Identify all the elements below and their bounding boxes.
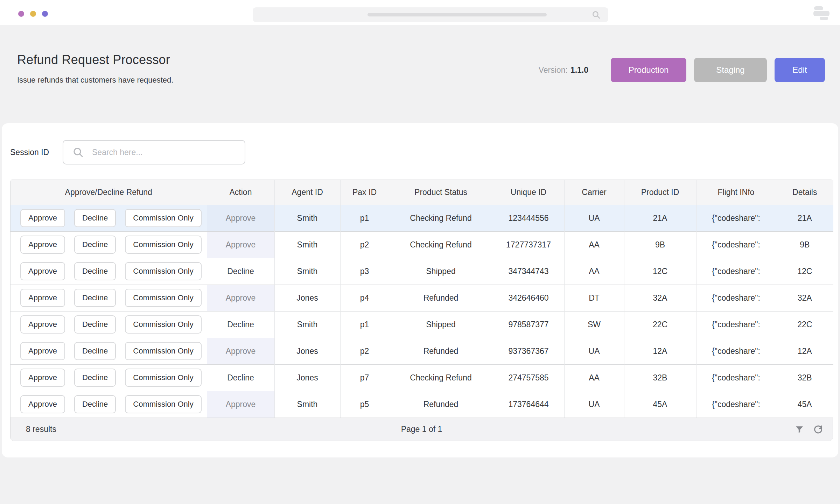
approve-button[interactable]: Approve — [20, 342, 65, 360]
cell-carrier: AA — [564, 258, 624, 285]
cell-product-status: Shipped — [389, 258, 493, 285]
decline-button[interactable]: Decline — [74, 395, 116, 413]
decline-button[interactable]: Decline — [74, 315, 116, 334]
table-row[interactable]: ApproveDeclineCommission OnlyDeclineJone… — [10, 364, 833, 391]
cell-unique-id: 937367367 — [493, 338, 564, 364]
approve-button[interactable]: Approve — [20, 289, 65, 307]
approve-button[interactable]: Approve — [20, 236, 65, 254]
cell-product-id: 32A — [624, 285, 696, 311]
cell-pax-id: p7 — [340, 364, 389, 391]
table-row[interactable]: ApproveDeclineCommission OnlyApproveSmit… — [10, 231, 833, 258]
column-header: Unique ID — [493, 180, 564, 205]
cell-action: Approve — [207, 391, 274, 418]
page-title: Refund Request Processor — [17, 52, 170, 67]
table-row[interactable]: ApproveDeclineCommission OnlyApproveSmit… — [10, 205, 833, 231]
cell-product-status: Refunded — [389, 338, 493, 364]
cell-product-status: Refunded — [389, 391, 493, 418]
address-bar[interactable] — [253, 7, 608, 22]
decline-button[interactable]: Decline — [74, 262, 116, 280]
table-row[interactable]: ApproveDeclineCommission OnlyDeclineSmit… — [10, 258, 833, 285]
cell-details: 45A — [776, 391, 833, 418]
edit-button[interactable]: Edit — [775, 58, 825, 82]
cell-product-id: 9B — [624, 231, 696, 258]
magnifier-icon — [592, 10, 601, 19]
cell-carrier: AA — [564, 364, 624, 391]
table-footer: 8 results Page 1 of 1 — [10, 418, 833, 441]
session-search-input[interactable] — [63, 140, 245, 164]
column-header: Agent ID — [274, 180, 340, 205]
content-panel: Session ID Approve/Decline RefundActionA… — [2, 123, 838, 457]
table-row[interactable]: ApproveDeclineCommission OnlyApproveJone… — [10, 285, 833, 311]
approve-button[interactable]: Approve — [20, 369, 65, 387]
cell-product-id: 12A — [624, 338, 696, 364]
column-header: Carrier — [564, 180, 624, 205]
header-actions: Version:1.1.0 ProductionStagingEdit — [539, 58, 825, 82]
cell-product-id: 32B — [624, 364, 696, 391]
staging-button[interactable]: Staging — [694, 58, 767, 82]
window-dot — [42, 11, 48, 17]
stacked-bars-icon — [811, 6, 830, 20]
commission-only-button[interactable]: Commission Only — [125, 342, 201, 360]
commission-only-button[interactable]: Commission Only — [125, 369, 201, 387]
refresh-icon[interactable] — [813, 425, 823, 434]
cell-approve-decline-refund: ApproveDeclineCommission Only — [10, 205, 207, 231]
search-icon — [72, 147, 84, 158]
cell-details: 22C — [776, 311, 833, 338]
approve-button[interactable]: Approve — [20, 209, 65, 227]
cell-product-status: Checking Refund — [389, 231, 493, 258]
cell-product-status: Shipped — [389, 311, 493, 338]
cell-approve-decline-refund: ApproveDeclineCommission Only — [10, 258, 207, 285]
cell-details: 32A — [776, 285, 833, 311]
cell-carrier: SW — [564, 311, 624, 338]
cell-action: Decline — [207, 311, 274, 338]
cell-unique-id: 347344743 — [493, 258, 564, 285]
approve-button[interactable]: Approve — [20, 395, 65, 413]
production-button[interactable]: Production — [611, 58, 686, 82]
commission-only-button[interactable]: Commission Only — [125, 209, 201, 227]
decline-button[interactable]: Decline — [74, 209, 116, 227]
commission-only-button[interactable]: Commission Only — [125, 289, 201, 307]
cell-flight-info: {"codeshare": — [696, 231, 776, 258]
cell-approve-decline-refund: ApproveDeclineCommission Only — [10, 285, 207, 311]
cell-carrier: UA — [564, 391, 624, 418]
cell-pax-id: p3 — [340, 258, 389, 285]
cell-pax-id: p5 — [340, 391, 389, 418]
cell-flight-info: {"codeshare": — [696, 311, 776, 338]
cell-carrier: UA — [564, 338, 624, 364]
commission-only-button[interactable]: Commission Only — [125, 262, 201, 280]
cell-product-status: Checking Refund — [389, 364, 493, 391]
cell-unique-id: 123444556 — [493, 205, 564, 231]
cell-action: Approve — [207, 231, 274, 258]
filter-icon[interactable] — [795, 425, 804, 434]
cell-details: 32B — [776, 364, 833, 391]
address-placeholder-bar — [368, 13, 547, 16]
cell-action: Approve — [207, 205, 274, 231]
session-filter: Session ID — [10, 140, 245, 164]
decline-button[interactable]: Decline — [74, 236, 116, 254]
cell-pax-id: p4 — [340, 285, 389, 311]
approve-button[interactable]: Approve — [20, 315, 65, 334]
commission-only-button[interactable]: Commission Only — [125, 315, 201, 334]
cell-pax-id: p2 — [340, 231, 389, 258]
column-header: Pax ID — [340, 180, 389, 205]
cell-details: 21A — [776, 205, 833, 231]
page-indicator: Page 1 of 1 — [10, 425, 833, 434]
commission-only-button[interactable]: Commission Only — [125, 395, 201, 413]
cell-product-status: Checking Refund — [389, 205, 493, 231]
cell-agent-id: Smith — [274, 258, 340, 285]
table-row[interactable]: ApproveDeclineCommission OnlyDeclineSmit… — [10, 311, 833, 338]
commission-only-button[interactable]: Commission Only — [125, 236, 201, 254]
table-row[interactable]: ApproveDeclineCommission OnlyApproveJone… — [10, 338, 833, 364]
cell-unique-id: 342646460 — [493, 285, 564, 311]
decline-button[interactable]: Decline — [74, 289, 116, 307]
decline-button[interactable]: Decline — [74, 342, 116, 360]
approve-button[interactable]: Approve — [20, 262, 65, 280]
cell-agent-id: Jones — [274, 285, 340, 311]
refunds-table: Approve/Decline RefundActionAgent IDPax … — [10, 180, 833, 441]
cell-unique-id: 173764644 — [493, 391, 564, 418]
decline-button[interactable]: Decline — [74, 369, 116, 387]
cell-flight-info: {"codeshare": — [696, 258, 776, 285]
cell-carrier: AA — [564, 231, 624, 258]
table-row[interactable]: ApproveDeclineCommission OnlyApproveSmit… — [10, 391, 833, 418]
cell-flight-info: {"codeshare": — [696, 364, 776, 391]
